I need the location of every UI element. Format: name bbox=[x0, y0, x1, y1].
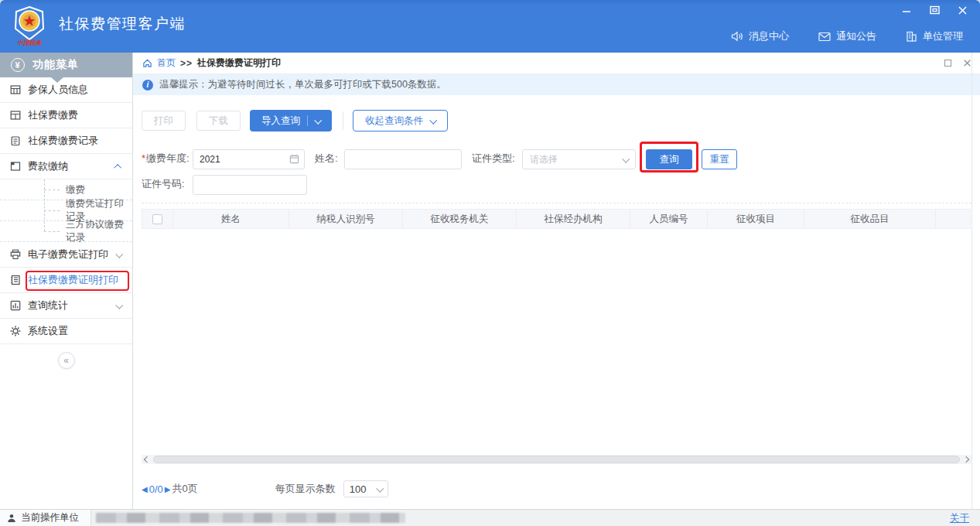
prev-page-icon[interactable]: ◀ bbox=[142, 485, 148, 494]
about-link[interactable]: 关于 bbox=[950, 512, 969, 525]
speaker-icon bbox=[731, 31, 743, 42]
scroll-right-icon[interactable] bbox=[963, 456, 969, 463]
panel-controls bbox=[944, 53, 971, 73]
restore-icon[interactable] bbox=[929, 5, 940, 15]
person-icon bbox=[7, 514, 16, 523]
name-field-wrap bbox=[344, 149, 462, 169]
sidebar-item-evoucher-print[interactable]: 电子缴费凭证打印 bbox=[0, 242, 132, 268]
printer-icon bbox=[10, 249, 21, 260]
year-field-wrap bbox=[193, 149, 305, 169]
close-icon[interactable] bbox=[957, 5, 968, 15]
breadcrumb: 首页 >> 社保费缴费证明打印 bbox=[133, 53, 980, 74]
sidebar: ¥ 功能菜单 参保人员信息 社保费缴费 社保费缴费记录 费款缴纳 bbox=[0, 53, 133, 509]
print-button[interactable]: 打印 bbox=[142, 111, 186, 131]
panel-close-icon[interactable] bbox=[964, 60, 971, 67]
sidebar-item-insured-persons[interactable]: 参保人员信息 bbox=[0, 77, 132, 103]
sidebar-title: 功能菜单 bbox=[32, 58, 79, 72]
sidebar-item-system-settings[interactable]: 系统设置 bbox=[0, 319, 132, 344]
toggle-query-button[interactable]: 收起查询条件 bbox=[353, 110, 448, 132]
page-indicator: 0/0 bbox=[149, 483, 163, 495]
breadcrumb-home-link[interactable]: 首页 bbox=[157, 56, 176, 70]
menu-notices[interactable]: 通知公告 bbox=[818, 29, 876, 43]
top-menu: 消息中心 通知公告 单位管理 bbox=[731, 29, 963, 43]
column-header: 姓名 bbox=[173, 210, 289, 228]
button-divider bbox=[307, 115, 308, 126]
per-page-value: 100 bbox=[350, 483, 367, 495]
app-window: 中国税务 社保费管理客户端 消息中心 通知公告 bbox=[0, 0, 980, 526]
sidebar-item-payment-records[interactable]: 社保费缴费记录 bbox=[0, 128, 132, 154]
brand: 中国税务 社保费管理客户端 bbox=[11, 4, 186, 49]
booklet-icon bbox=[10, 275, 21, 285]
table-header-row: 姓名 纳税人识别号 征收税务机关 社保经办机构 人员编号 征收项目 征收品目 bbox=[142, 209, 971, 229]
svg-text:中国税务: 中国税务 bbox=[17, 39, 43, 46]
chevron-down-icon bbox=[314, 116, 322, 124]
current-unit: 当前操作单位 bbox=[0, 510, 91, 526]
menu-message-center[interactable]: 消息中心 bbox=[731, 29, 789, 43]
panel-right-border bbox=[971, 53, 972, 509]
breadcrumb-separator: >> bbox=[180, 58, 193, 69]
table-checkbox-cell bbox=[142, 210, 173, 228]
app-title: 社保费管理客户端 bbox=[59, 14, 186, 34]
sidebar-item-fee-pay-group[interactable]: 费款缴纳 bbox=[0, 154, 132, 179]
breadcrumb-current: 社保费缴费证明打印 bbox=[197, 56, 281, 70]
per-page-select[interactable]: 100 bbox=[343, 480, 388, 497]
redacted-unit-name bbox=[96, 513, 405, 523]
horizontal-scrollbar[interactable] bbox=[142, 455, 971, 464]
per-page-label: 每页显示条数 bbox=[275, 482, 336, 496]
chevron-down-icon bbox=[429, 116, 437, 124]
grid-icon bbox=[10, 84, 21, 95]
gear-icon bbox=[10, 326, 21, 336]
sidebar-item-query-statistics[interactable]: 查询统计 bbox=[0, 293, 132, 319]
sidebar-item-fee-payment[interactable]: 社保费缴费 bbox=[0, 103, 132, 128]
current-unit-label: 当前操作单位 bbox=[21, 511, 79, 524]
minimize-icon[interactable] bbox=[901, 5, 912, 15]
info-icon: i bbox=[142, 80, 153, 91]
sidebar-item-cert-print[interactable]: 社保费缴费证明打印 bbox=[0, 268, 132, 293]
scroll-left-icon[interactable] bbox=[144, 456, 150, 463]
column-header: 征收税务机关 bbox=[403, 210, 517, 228]
section-divider bbox=[142, 203, 971, 203]
chevron-down-icon bbox=[115, 250, 123, 258]
menu-label: 通知公告 bbox=[836, 29, 876, 43]
cert-type-label: 证件类型: bbox=[472, 152, 515, 166]
name-input[interactable] bbox=[344, 149, 462, 169]
scrollbar-thumb[interactable] bbox=[153, 456, 960, 463]
clipboard-icon bbox=[10, 135, 21, 146]
grid-icon bbox=[10, 110, 21, 121]
sidebar-header: ¥ 功能菜单 bbox=[0, 53, 132, 77]
cert-no-label: 证件号码: bbox=[142, 177, 185, 191]
import-query-label: 导入查询 bbox=[261, 114, 300, 128]
year-input[interactable] bbox=[193, 149, 305, 169]
sidebar-item-label: 社保费缴费记录 bbox=[28, 134, 98, 148]
envelope-icon bbox=[818, 32, 831, 42]
home-icon[interactable] bbox=[142, 58, 152, 68]
year-label: *缴费年度: bbox=[142, 152, 190, 166]
chevron-down-icon bbox=[115, 301, 123, 309]
cert-type-select[interactable]: 请选择 bbox=[522, 149, 636, 169]
reset-button[interactable]: 重置 bbox=[702, 149, 737, 169]
download-button[interactable]: 下载 bbox=[196, 111, 241, 131]
panel-restore-icon[interactable] bbox=[944, 60, 951, 67]
building-icon bbox=[906, 31, 917, 42]
menu-unit-management[interactable]: 单位管理 bbox=[906, 29, 963, 43]
select-all-checkbox[interactable] bbox=[152, 214, 162, 224]
import-query-button[interactable]: 导入查询 bbox=[250, 110, 332, 132]
main-content: 首页 >> 社保费缴费证明打印 i 温馨提示：为避等待时间过长，单次最多可打印或… bbox=[133, 53, 980, 509]
sidebar-collapse-button[interactable]: « bbox=[58, 352, 75, 369]
next-page-icon[interactable]: ▶ bbox=[165, 485, 171, 494]
sidebar-subitem-label: 三方协议缴费记录 bbox=[66, 218, 132, 244]
menu-label: 单位管理 bbox=[923, 29, 963, 43]
status-bar: 当前操作单位 关于 bbox=[0, 509, 980, 526]
column-header: 征收品目 bbox=[804, 210, 936, 228]
cert-no-input[interactable] bbox=[193, 175, 307, 195]
sidebar-item-label: 社保费缴费证明打印 bbox=[28, 273, 118, 287]
query-button[interactable]: 查询 bbox=[646, 149, 692, 169]
window-controls bbox=[901, 5, 968, 15]
sidebar-subitem-tripartite-records[interactable]: 三方协议缴费记录 bbox=[0, 221, 132, 242]
name-label: 姓名: bbox=[315, 152, 338, 166]
menu-label: 消息中心 bbox=[749, 29, 789, 43]
chevron-down-icon bbox=[376, 484, 384, 492]
tax-bureau-logo: 中国税务 bbox=[11, 5, 48, 48]
column-header: 社保经办机构 bbox=[517, 210, 630, 228]
sidebar-item-label: 查询统计 bbox=[28, 299, 68, 313]
